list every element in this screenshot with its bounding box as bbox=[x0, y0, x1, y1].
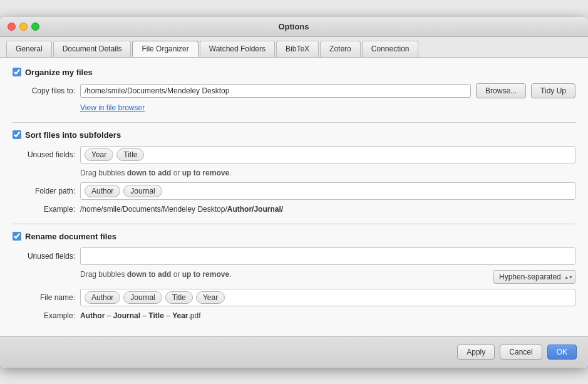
copy-files-label: Copy files to: bbox=[13, 86, 75, 95]
file-example-label: Example: bbox=[13, 311, 75, 320]
sort-label: Sort files into subfolders bbox=[25, 130, 121, 140]
rename-checkbox[interactable] bbox=[13, 232, 21, 241]
separator-select[interactable]: Hyphen-separated bbox=[493, 270, 575, 284]
tabs-bar: General Document Details File Organizer … bbox=[0, 37, 588, 58]
unused-fields-rename-label: Unused fields: bbox=[13, 252, 75, 261]
file-name-label: File name: bbox=[13, 293, 75, 302]
file-name-row: File name: Author Journal Title Year bbox=[13, 289, 575, 306]
window-title: Options bbox=[7, 22, 580, 31]
unused-fields-sort-box: Year Title bbox=[80, 146, 575, 163]
sort-drag-hint: Drag bubbles down to add or up to remove… bbox=[80, 169, 575, 177]
browse-button[interactable]: Browse... bbox=[476, 83, 526, 98]
copy-files-row: Copy files to: Browse... Tidy Up bbox=[13, 83, 575, 98]
folder-path-row: Folder path: Author Journal bbox=[13, 182, 575, 200]
sort-header: Sort files into subfolders bbox=[13, 130, 575, 140]
cancel-button[interactable]: Cancel bbox=[500, 345, 542, 360]
tab-zotero[interactable]: Zotero bbox=[320, 41, 361, 57]
file-example-row: Example: Author – Journal – Title – Year… bbox=[13, 311, 575, 320]
folder-bubble-journal[interactable]: Journal bbox=[123, 185, 162, 197]
file-bubble-title[interactable]: Title bbox=[165, 291, 193, 304]
separator-select-wrapper: Hyphen-separated bbox=[493, 270, 575, 284]
folder-example-label: Example: bbox=[13, 205, 75, 214]
file-bubble-author[interactable]: Author bbox=[85, 291, 120, 304]
tab-file-organizer[interactable]: File Organizer bbox=[132, 41, 198, 57]
rename-header: Rename document files bbox=[13, 232, 575, 241]
folder-example-text: /home/smile/Documents/Mendeley Desktop/A… bbox=[80, 205, 283, 214]
tab-general[interactable]: General bbox=[6, 41, 52, 57]
folder-example-row: Example: /home/smile/Documents/Mendeley … bbox=[13, 205, 575, 214]
folder-path-box: Author Journal bbox=[80, 182, 575, 200]
file-bubble-year[interactable]: Year bbox=[196, 291, 225, 304]
tab-watched-folders[interactable]: Watched Folders bbox=[200, 41, 275, 57]
file-bubble-journal[interactable]: Journal bbox=[123, 291, 162, 304]
tab-bibtex[interactable]: BibTeX bbox=[276, 41, 319, 57]
tab-document-details[interactable]: Document Details bbox=[53, 41, 132, 57]
view-in-browser-link[interactable]: View in file browser bbox=[80, 103, 575, 112]
copy-files-input[interactable] bbox=[80, 84, 471, 98]
unused-fields-sort-row: Unused fields: Year Title bbox=[13, 146, 575, 163]
folder-bubble-author[interactable]: Author bbox=[85, 185, 120, 197]
unused-bubble-year[interactable]: Year bbox=[85, 148, 113, 161]
rename-section: Rename document files Unused fields: Dra… bbox=[13, 232, 575, 320]
tidy-up-button[interactable]: Tidy Up bbox=[531, 83, 575, 98]
organize-label: Organize my files bbox=[25, 68, 93, 77]
unused-fields-rename-box bbox=[80, 247, 575, 265]
file-name-box: Author Journal Title Year bbox=[80, 289, 575, 306]
unused-fields-rename-row: Unused fields: bbox=[13, 247, 575, 265]
organize-checkbox[interactable] bbox=[13, 68, 21, 76]
folder-path-label: Folder path: bbox=[13, 187, 75, 195]
organize-header: Organize my files bbox=[13, 68, 575, 77]
tab-connection[interactable]: Connection bbox=[362, 41, 419, 57]
ok-button[interactable]: OK bbox=[547, 345, 577, 360]
sort-checkbox[interactable] bbox=[13, 130, 21, 139]
sort-section: Sort files into subfolders Unused fields… bbox=[13, 130, 575, 214]
bottom-bar: Apply Cancel OK bbox=[0, 336, 588, 368]
unused-bubble-title[interactable]: Title bbox=[116, 148, 144, 161]
rename-label: Rename document files bbox=[25, 232, 116, 241]
file-example-text: Author – Journal – Title – Year.pdf bbox=[80, 311, 201, 320]
rename-drag-hint-row: Drag bubbles down to add or up to remove… bbox=[13, 270, 575, 284]
apply-button[interactable]: Apply bbox=[457, 345, 495, 360]
rename-drag-hint: Drag bubbles down to add or up to remove… bbox=[80, 270, 488, 279]
unused-fields-sort-label: Unused fields: bbox=[13, 150, 75, 159]
main-content: Organize my files Copy files to: Browse.… bbox=[0, 58, 588, 368]
organize-section: Organize my files Copy files to: Browse.… bbox=[13, 68, 575, 112]
